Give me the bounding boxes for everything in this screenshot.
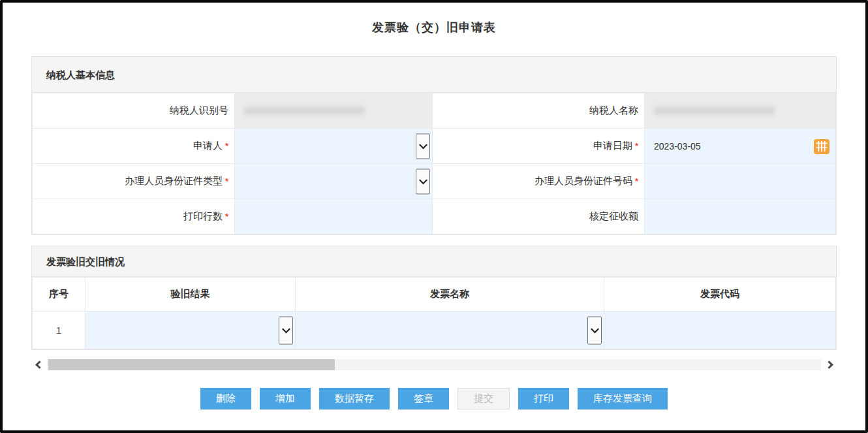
section-invoice-status-title: 发票验旧交旧情况 — [46, 256, 125, 267]
chevron-down-icon[interactable] — [587, 316, 602, 344]
stock-invoice-query-button[interactable]: 库存发票查询 — [578, 388, 668, 409]
redacted-value — [654, 106, 775, 115]
required-mark: * — [225, 212, 228, 221]
taxpayer-name-field — [645, 93, 835, 128]
section-taxpayer-info-header: 纳税人基本信息 — [32, 57, 836, 93]
result-select[interactable] — [85, 312, 295, 349]
print-rows-input[interactable] — [235, 199, 432, 234]
add-button[interactable]: 增加 — [260, 388, 311, 409]
invoice-name-select[interactable] — [296, 312, 604, 349]
apply-date-label: 申请日期* — [433, 129, 645, 164]
assessed-amount-input[interactable] — [645, 199, 835, 234]
print-button[interactable]: 打印 — [518, 388, 569, 409]
invoice-code-input[interactable] — [604, 312, 835, 349]
chevron-down-icon[interactable] — [416, 168, 430, 194]
action-button-row: 删除 增加 数据暂存 签章 提交 打印 库存发票查询 — [31, 388, 837, 409]
chevron-down-icon[interactable] — [416, 133, 430, 159]
col-invoice-name: 发票名称 — [296, 278, 604, 312]
section-invoice-status-header: 发票验旧交旧情况 — [32, 246, 836, 277]
form-window: 发票验（交）旧申请表 纳税人基本信息 纳税人识别号 纳税人名称 — [0, 0, 868, 433]
redacted-value — [244, 106, 365, 115]
chevron-right-icon[interactable] — [824, 358, 837, 371]
apply-date-field[interactable]: 2023-03-05 — [645, 129, 835, 163]
delete-button[interactable]: 删除 — [200, 388, 251, 409]
invoice-table: 序号 验旧结果 发票名称 发票代码 1 — [32, 277, 836, 349]
chevron-left-icon[interactable] — [31, 358, 44, 371]
applicant-select[interactable] — [235, 129, 432, 163]
col-result: 验旧结果 — [85, 278, 296, 312]
apply-date-value: 2023-03-05 — [654, 141, 701, 152]
form-row-3: 办理人员身份证件类型* 办理人员身份证件号码* — [33, 164, 836, 199]
required-mark: * — [225, 141, 228, 151]
taxpayer-name-label: 纳税人名称 — [433, 93, 645, 129]
section-taxpayer-info: 纳税人基本信息 纳税人识别号 纳税人名称 — [31, 56, 837, 235]
handler-id-type-select[interactable] — [235, 164, 432, 199]
form-row-2: 申请人* 申请日期* 2023-03-05 — [33, 129, 836, 164]
required-mark: * — [635, 176, 638, 186]
required-mark: * — [225, 176, 228, 186]
invoice-table-header-row: 序号 验旧结果 发票名称 发票代码 — [33, 278, 836, 312]
save-draft-button[interactable]: 数据暂存 — [319, 388, 390, 409]
submit-button: 提交 — [457, 388, 510, 409]
scrollbar-thumb[interactable] — [48, 359, 335, 370]
calendar-icon[interactable] — [813, 138, 830, 155]
table-row: 1 — [33, 312, 836, 349]
sign-button[interactable]: 签章 — [398, 388, 449, 409]
page-title: 发票验（交）旧申请表 — [31, 3, 837, 35]
taxpayer-id-label: 纳税人识别号 — [33, 93, 235, 129]
taxpayer-id-field — [235, 93, 432, 128]
handler-id-no-input[interactable] — [645, 164, 835, 199]
section-invoice-status: 发票验旧交旧情况 序号 验旧结果 发票名称 发票代码 1 — [31, 246, 837, 350]
horizontal-scrollbar[interactable] — [31, 358, 837, 371]
required-mark: * — [635, 141, 638, 151]
col-invoice-code: 发票代码 — [604, 278, 836, 312]
print-rows-label: 打印行数* — [33, 199, 235, 234]
handler-id-type-label: 办理人员身份证件类型* — [33, 164, 235, 199]
scrollbar-track[interactable] — [47, 359, 821, 370]
form-row-4: 打印行数* 核定征收额 — [33, 199, 836, 234]
applicant-label: 申请人* — [33, 129, 235, 164]
row-seq: 1 — [33, 312, 85, 349]
chevron-down-icon[interactable] — [279, 316, 293, 344]
assessed-amount-label: 核定征收额 — [433, 199, 645, 234]
taxpayer-info-grid: 纳税人识别号 纳税人名称 申请人* — [32, 93, 836, 234]
handler-id-no-label: 办理人员身份证件号码* — [433, 164, 645, 199]
form-row-1: 纳税人识别号 纳税人名称 — [33, 93, 836, 129]
col-seq: 序号 — [33, 278, 85, 312]
section-taxpayer-info-title: 纳税人基本信息 — [46, 69, 115, 80]
